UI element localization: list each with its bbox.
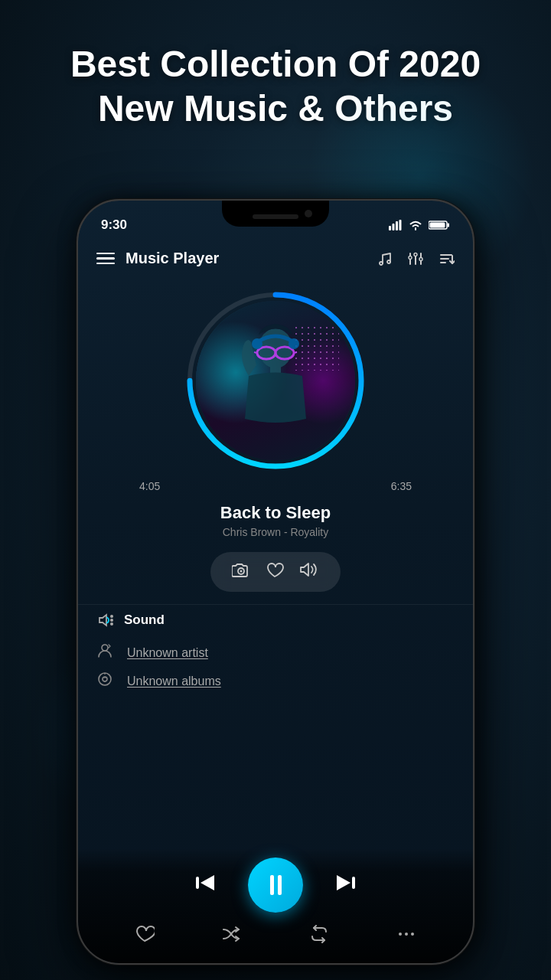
- album-art-inner: [196, 301, 355, 460]
- svg-point-31: [252, 338, 262, 349]
- album-art-container: [78, 273, 473, 479]
- svg-rect-6: [430, 223, 445, 228]
- speaker-notch: [253, 214, 298, 219]
- notch: [222, 201, 329, 227]
- album-icon: [96, 671, 118, 691]
- playback-area: [78, 848, 473, 963]
- svg-point-34: [240, 570, 243, 573]
- action-buttons: [78, 552, 473, 592]
- menu-button[interactable]: [96, 253, 115, 265]
- app-bar: Music Player: [78, 242, 473, 273]
- sound-section-title: Sound: [124, 612, 165, 628]
- pause-button[interactable]: [248, 858, 303, 913]
- svg-rect-1: [393, 224, 395, 230]
- svg-point-8: [387, 260, 390, 263]
- current-time: 4:05: [139, 480, 160, 492]
- track-subtitle: Chris Brown - Royality: [93, 526, 458, 538]
- repeat-button[interactable]: [309, 925, 329, 948]
- svg-point-45: [405, 933, 408, 936]
- svg-rect-43: [352, 877, 355, 889]
- previous-button[interactable]: [196, 874, 217, 897]
- status-icons: [389, 220, 450, 230]
- svg-line-30: [294, 352, 297, 353]
- svg-line-28: [254, 352, 257, 353]
- svg-rect-0: [389, 226, 391, 230]
- svg-point-44: [399, 933, 402, 936]
- svg-point-37: [110, 622, 113, 626]
- signal-icon: [389, 220, 403, 230]
- sound-section: Sound Unknown artist: [78, 604, 473, 707]
- svg-point-17: [419, 257, 422, 260]
- music-note-icon[interactable]: [377, 250, 393, 267]
- svg-point-38: [102, 645, 108, 651]
- app-title: Music Player: [126, 250, 366, 267]
- camera-button[interactable]: [232, 561, 250, 583]
- phone-mockup: 9:30: [77, 199, 474, 965]
- album-item[interactable]: Unknown albums: [96, 667, 455, 695]
- total-time: 6:35: [391, 480, 412, 492]
- svg-point-7: [380, 262, 383, 265]
- svg-point-32: [289, 338, 299, 349]
- artist-label: Unknown artist: [127, 646, 208, 660]
- favorite-button[interactable]: [135, 925, 155, 948]
- svg-point-39: [99, 673, 111, 685]
- bottom-controls: [101, 925, 450, 948]
- volume-button[interactable]: [299, 561, 319, 583]
- album-art: [196, 301, 355, 460]
- more-options-button[interactable]: [396, 925, 416, 948]
- svg-point-35: [110, 615, 113, 618]
- svg-rect-2: [396, 221, 398, 230]
- track-title: Back to Sleep: [93, 503, 458, 523]
- next-button[interactable]: [334, 874, 355, 897]
- svg-rect-5: [448, 224, 450, 227]
- pause-bar-left: [270, 875, 274, 895]
- power-button: [473, 338, 474, 400]
- artist-item[interactable]: Unknown artist: [96, 639, 455, 667]
- album-label: Unknown albums: [127, 675, 221, 688]
- vinyl-ring: [184, 289, 367, 472]
- svg-rect-3: [399, 220, 402, 230]
- phone-frame: 9:30: [77, 199, 474, 965]
- heart-button[interactable]: [266, 561, 284, 583]
- front-camera: [305, 210, 312, 217]
- svg-point-36: [110, 619, 113, 622]
- shuffle-button[interactable]: [222, 925, 242, 948]
- equalizer-icon[interactable]: [407, 250, 424, 267]
- track-info: Back to Sleep Chris Brown - Royality: [78, 498, 473, 549]
- pause-icon: [270, 875, 282, 895]
- artist-icon: [96, 643, 118, 662]
- time-labels: 4:05 6:35: [78, 479, 473, 498]
- sort-icon[interactable]: [438, 250, 455, 267]
- svg-point-11: [409, 256, 412, 259]
- svg-point-46: [411, 933, 414, 936]
- main-controls: [101, 858, 450, 913]
- phone-screen: 9:30: [78, 201, 473, 963]
- battery-icon: [429, 220, 450, 230]
- wifi-icon: [409, 220, 422, 230]
- app-bar-icons: [377, 250, 455, 267]
- sound-header: Sound: [96, 611, 455, 629]
- svg-point-14: [414, 253, 417, 256]
- sound-category-icon: [96, 611, 115, 629]
- pause-bar-right: [278, 875, 282, 895]
- svg-rect-42: [196, 877, 199, 889]
- action-pill: [210, 552, 341, 592]
- status-time: 9:30: [101, 217, 127, 233]
